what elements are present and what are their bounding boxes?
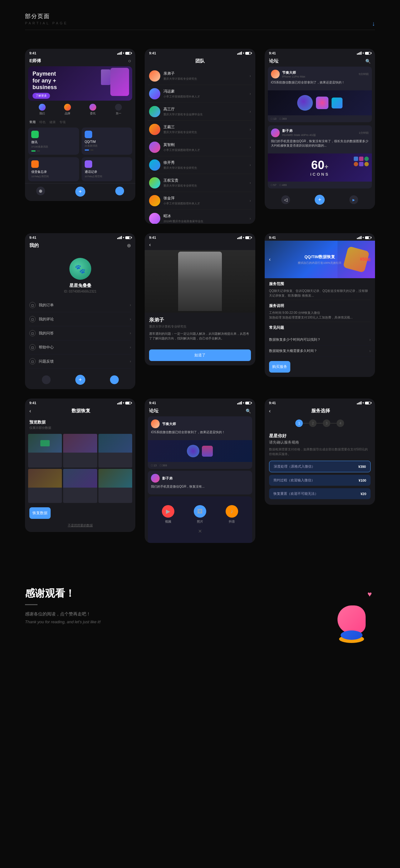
arrow-icon: › (250, 92, 251, 96)
fab-add[interactable]: + (75, 375, 85, 385)
mini-post-image (148, 440, 252, 462)
status-time: 9:41 (269, 51, 276, 55)
status-icons: ▾ (117, 52, 131, 55)
nav-we[interactable]: 我们 (39, 104, 45, 116)
profile-follow-button[interactable]: 如道了 (149, 349, 251, 361)
team-member-5[interactable]: 莫智刚 小李工作室插图助理外来人才 › (148, 138, 252, 156)
help-icon: ◻ (29, 344, 36, 350)
team-screen: 9:41 ▾ 团队 亲弟子 重庆大学计算机专业研究生 › (145, 49, 255, 224)
mine-menu-orders[interactable]: ◻ 我的订单 › (29, 298, 131, 312)
status-icons: ▾ (237, 401, 251, 404)
nav-active[interactable] (110, 375, 119, 384)
recovery-section-sub: 仅展示部分数据 (29, 426, 131, 430)
post-image-1 (268, 90, 372, 115)
member-avatar-3 (149, 106, 160, 117)
status-time: 9:41 (29, 236, 36, 240)
step-3: 3 (323, 420, 330, 427)
app-card-weixin[interactable]: 微讯 37190条新消息 (28, 127, 79, 155)
forum-header: 论坛 🔍 (265, 56, 375, 67)
service-options: 深度处理（原格式入微信） ¥390 简约过程（欢迎输入微信） ¥100 恢复重置… (265, 458, 375, 505)
nav-active[interactable] (115, 187, 124, 195)
status-time: 9:41 (269, 236, 276, 240)
mine-bottom-nav: + (25, 369, 135, 389)
search-icon[interactable]: 🔍 (365, 59, 371, 64)
team-member-6[interactable]: 徐开秀 重庆大学计算机专业研究生 › (148, 156, 252, 174)
recovery-photo-6 (98, 469, 132, 503)
team-member-4[interactable]: 王裁三 重庆大学计算机专业研究生 › (148, 121, 252, 138)
qq-service-scope: 服务范围 QQ聊天记录恢复、告诉QQ聊天记录、QQ发送没有聊天的记录，没有聊天记… (265, 278, 375, 300)
search-icon[interactable]: 🔍 (246, 408, 251, 413)
team-member-8[interactable]: 张金萍 小李工作室插图助理外来人才 › (148, 192, 252, 210)
qq-banner-title: QQ/TIM数据恢复 (304, 254, 335, 260)
team-member-9[interactable]: 昭冰 2019年重庆市全能美食家毕业生 › (148, 210, 252, 224)
down-arrow-icon: ↓ (372, 20, 375, 27)
team-member-7[interactable]: 王权宝贵 重庆大学计算机专业研究生 › (148, 174, 252, 192)
service-option-1[interactable]: 深度处理（原格式入微信） ¥390 (269, 461, 371, 472)
arrow-icon: › (130, 331, 131, 335)
fab-add[interactable]: + (75, 187, 85, 196)
service-header: ‹ 服务选择 (265, 406, 375, 416)
emaster-bottom-nav: ⊕ + (25, 183, 135, 201)
qq-price: ¥50起 (360, 252, 371, 267)
emaster-search-icon[interactable]: ○ (128, 58, 131, 64)
faq-item-2[interactable]: 数据能恢复大概需要多久时间？ › (265, 345, 375, 356)
forum-post-1[interactable]: 节奏大师 iPhone 11Pro Max 5分钟前 iOS系统微信数据已经全部… (268, 67, 372, 122)
share-douyin[interactable]: ♪ 抖音 (226, 505, 238, 524)
forum-title: 论坛 (269, 58, 278, 64)
status-icons: ▾ (237, 236, 251, 239)
app-card-calls[interactable]: 通话记录 107Mb占用空间 (82, 157, 132, 181)
share-photo[interactable]: 🖼 照片 (194, 505, 206, 524)
orders-icon: ◻ (29, 302, 36, 308)
buy-service-button[interactable]: 购买服务 (269, 361, 290, 373)
mine-menu-qa[interactable]: ◻ 我的问答 › (29, 326, 131, 340)
arrow-icon: › (250, 181, 251, 185)
nav-back[interactable]: ◁ (281, 195, 290, 204)
team-title: 团队 (145, 56, 255, 67)
fab-post[interactable]: + (315, 195, 325, 205)
share-close-button[interactable]: × (152, 524, 247, 538)
profile-name: 亲弟子 (149, 317, 251, 323)
step-4: 4 (337, 420, 344, 427)
nav-item[interactable] (42, 375, 51, 384)
arrow-icon: › (250, 110, 251, 114)
member-avatar-8 (149, 195, 160, 206)
mini-post-1[interactable]: 节奏大师 iOS系统微信数据已经全部拿到了，效果还是蛮快的！ □ 13 □ 36… (148, 416, 252, 469)
service-option-2[interactable]: 简约过程（欢迎输入微信） ¥100 (269, 475, 371, 486)
forum-post-2[interactable]: 影子弟 HUAWEI Mate 40Pro 4G版 1分钟前 我们的手机里是微信… (268, 125, 372, 188)
app-card-memo[interactable]: 借货备忘录 107Mb占用空间 (28, 157, 79, 181)
forum-mini-header: 论坛 🔍 (145, 406, 255, 416)
team-member-3[interactable]: 高三厅 重庆大学计算机专业金牌毕业生 › (148, 103, 252, 121)
nav-home[interactable]: ⊕ (36, 187, 45, 195)
service-title: 服务选择 (271, 408, 371, 414)
emaster-screen: 9:41 ▾ E师傅 ○ Paymentfor any +business 了解… (25, 49, 135, 201)
wifi-icon: ▾ (363, 236, 364, 239)
settings-icon[interactable]: ⊕ (127, 243, 131, 248)
team-member-2[interactable]: 冯运豪 小李工作室插图助理外来人才 › (148, 85, 252, 103)
arrow-icon: › (130, 345, 131, 349)
weixin-icon (31, 131, 39, 138)
status-time: 9:41 (29, 401, 36, 405)
nav-more[interactable]: 另一 (115, 104, 122, 116)
app-card-qq[interactable]: QQ/TIM 23条新消息 (82, 127, 132, 155)
nav-fwd[interactable]: ▶ (349, 195, 358, 204)
mine-menu-feedback[interactable]: ◻ 问题反馈 › (29, 354, 131, 369)
arrow-icon: › (130, 359, 131, 364)
recovery-skip-link[interactable]: 不是想想要的数据 (25, 523, 135, 532)
arrow-icon: › (130, 303, 131, 307)
recover-data-button[interactable]: 恢复数据 (29, 507, 51, 519)
mine-menu-comments[interactable]: ◻ 我的评论 › (29, 312, 131, 326)
faq-item-1[interactable]: 数据恢复多少个时间内可以找到？ › (265, 334, 375, 345)
screens-container: 9:41 ▾ E师傅 ○ Paymentfor any +business 了解… (0, 30, 400, 562)
nav-commission[interactable]: 委托 (89, 104, 96, 116)
share-video[interactable]: ▶ 视频 (162, 505, 174, 524)
member-avatar-7 (149, 177, 160, 188)
profile-description: 遇常遇到的问题：一定一定让问题人解决，从问题解决相提出来，从思考了了解问题的方向… (149, 331, 251, 341)
recovery-header: ‹ 数据恢复 (25, 406, 135, 416)
mini-post-2[interactable]: 影子弟 我们的手机里是微信QGR，恢复没有... (148, 471, 252, 494)
service-option-3[interactable]: 恢复重置（欢迎不可能无法） ¥20 (269, 488, 371, 499)
nav-brand[interactable]: 品牌 (64, 104, 71, 116)
mine-menu-help[interactable]: ◻ 帮助中心 › (29, 340, 131, 354)
banner-cta-button[interactable]: 了解更多 (32, 93, 50, 99)
back-icon[interactable]: ‹ (149, 242, 151, 248)
team-member-1[interactable]: 亲弟子 重庆大学计算机专业研究生 › (148, 67, 252, 85)
